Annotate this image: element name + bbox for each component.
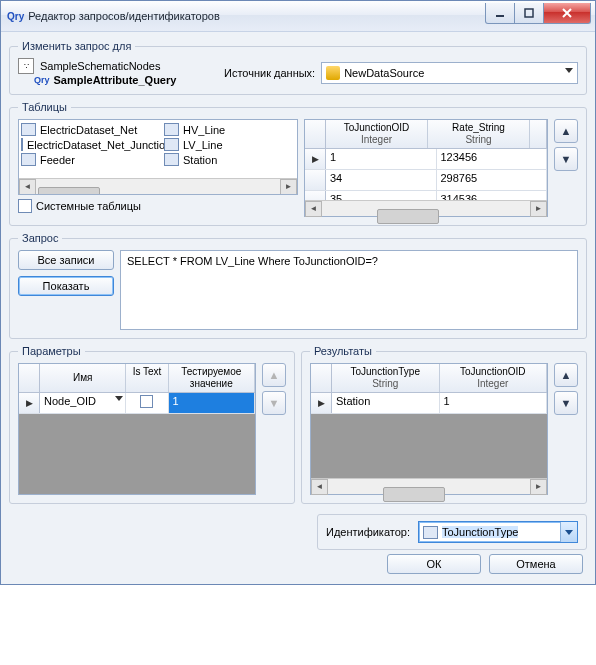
checkbox-box-icon [18,199,32,213]
table-item[interactable]: ElectricDataset_Net [21,122,160,137]
table-icon [21,153,36,166]
parameters-legend: Параметры [18,345,85,357]
results-legend: Результаты [310,345,376,357]
table-item[interactable]: HV_Line [164,122,295,137]
table-item[interactable]: LV_Line [164,137,295,152]
scroll-left-icon[interactable]: ◄ [19,179,36,195]
move-up-button[interactable]: ▲ [554,119,578,143]
query-legend: Запрос [18,232,62,244]
minimize-button[interactable] [485,3,515,24]
col-istext: Is Text [130,366,163,378]
datasource-value: NewDataSource [344,67,424,79]
scroll-left-icon[interactable]: ◄ [311,479,328,495]
datasource-label: Источник данных: [224,67,315,79]
identifier-panel: Идентификатор: ToJunctionType [317,514,587,550]
app-icon: Qry [7,11,24,22]
param-test-cell[interactable]: 1 [169,393,255,413]
results-hscrollbar[interactable]: ◄ ► [311,478,547,494]
col-name: Имя [40,364,126,392]
maximize-button[interactable] [514,3,544,24]
scroll-left-icon[interactable]: ◄ [305,201,322,217]
move-up-button[interactable]: ▲ [554,363,578,387]
col-test: Тестируемое значение [169,364,255,392]
move-down-button[interactable]: ▼ [554,391,578,415]
combo-dropdown-button[interactable] [560,522,577,542]
col-type: Integer [330,134,423,146]
row-pointer-icon: ▶ [305,149,326,169]
results-grid[interactable]: ToJunctionType String ToJunctionOID Inte… [310,363,548,495]
system-tables-label: Системные таблицы [36,200,141,212]
show-button[interactable]: Показать [18,276,114,296]
row-pointer-icon: ▶ [311,393,332,413]
table-row[interactable]: ▶ Node_OID 1 [19,393,255,414]
param-istext-checkbox[interactable] [126,393,168,413]
cancel-button[interactable]: Отмена [489,554,583,574]
table-icon [164,153,179,166]
identifier-value: ToJunctionType [442,526,518,538]
move-down-button[interactable]: ▼ [262,391,286,415]
table-row[interactable]: ▶ 1 123456 [305,149,547,170]
change-query-group: Изменить запрос для ∵ SampleSchematicNod… [9,40,587,95]
table-icon [21,138,23,151]
database-icon [326,66,340,80]
checkbox-box-icon [140,395,153,408]
col-name: ToJunctionOID [444,366,543,378]
schematic-icon: ∵ [18,58,34,74]
parameters-group: Параметры Имя Is Text Тестируемое значен… [9,345,295,504]
table-item[interactable]: Station [164,152,295,167]
col-name: ToJunctionType [336,366,435,378]
table-preview-grid[interactable]: ToJunctionOID Integer Rate_String String [304,119,548,217]
arrow-down-icon: ▼ [561,153,572,165]
row-pointer-icon: ▶ [19,393,40,413]
arrow-up-icon: ▲ [561,369,572,381]
query-group: Запрос Все записи Показать SELECT * FROM… [9,232,587,339]
preview-hscrollbar[interactable]: ◄ ► [305,200,547,216]
tables-hscrollbar[interactable]: ◄ ► [19,178,297,194]
param-name-cell[interactable]: Node_OID [40,393,126,413]
table-item[interactable]: Feeder [21,152,160,167]
arrow-up-icon: ▲ [561,125,572,137]
svg-rect-1 [525,9,533,17]
all-records-button[interactable]: Все записи [18,250,114,270]
parameters-grid[interactable]: Имя Is Text Тестируемое значение ▶ Node_… [18,363,256,495]
close-button[interactable] [543,3,591,24]
chevron-down-icon [565,530,573,535]
sql-text: SELECT * FROM LV_Line Where ToJunctionOI… [127,255,378,267]
col-name: ToJunctionOID [330,122,423,134]
table-icon [164,138,179,151]
row-header-corner [19,364,40,392]
chevron-down-icon [115,396,123,401]
scroll-right-icon[interactable]: ► [280,179,297,195]
system-tables-checkbox[interactable]: Системные таблицы [18,199,298,213]
titlebar[interactable]: Qry Редактор запросов/идентификаторов [1,1,595,32]
table-row[interactable]: 34 298765 [305,170,547,191]
svg-rect-0 [496,15,504,17]
scroll-right-icon[interactable]: ► [530,479,547,495]
row-header-corner [305,120,326,148]
query-editor-window: Qry Редактор запросов/идентификаторов Из… [0,0,596,585]
table-row[interactable]: ▶ Station 1 [311,393,547,414]
arrow-down-icon: ▼ [561,397,572,409]
datasource-combo[interactable]: NewDataSource [321,62,578,84]
identifier-label: Идентификатор: [326,526,410,538]
ok-button[interactable]: ОК [387,554,481,574]
tables-listbox[interactable]: ElectricDataset_Net ElectricDataset_Net_… [18,119,298,195]
scroll-right-icon[interactable]: ► [530,201,547,217]
close-icon [561,7,573,19]
table-icon [423,526,438,539]
identifier-combo[interactable]: ToJunctionType [418,521,578,543]
scroll-spacer [530,120,547,148]
tables-group: Таблицы ElectricDataset_Net ElectricData… [9,101,587,226]
move-up-button[interactable]: ▲ [262,363,286,387]
col-type: String [432,134,525,146]
maximize-icon [524,8,534,18]
table-item[interactable]: ElectricDataset_Net_Junctions [21,137,160,152]
table-row[interactable]: 35 314536 [305,191,547,200]
table-icon [21,123,36,136]
col-type: String [336,378,435,390]
move-down-button[interactable]: ▼ [554,147,578,171]
row-header-corner [311,364,332,392]
sql-textarea[interactable]: SELECT * FROM LV_Line Where ToJunctionOI… [120,250,578,330]
table-icon [164,123,179,136]
minimize-icon [495,8,505,18]
